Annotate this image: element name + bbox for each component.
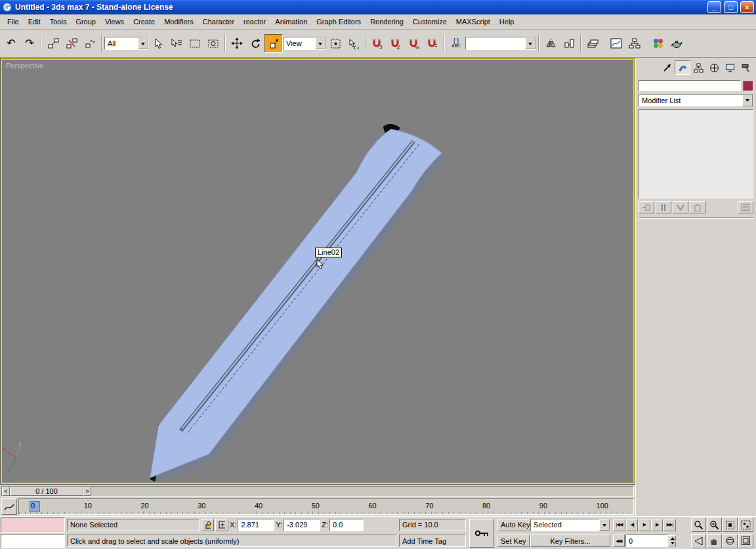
next-frame-button[interactable]: |▶ <box>651 519 663 531</box>
menu-maxscript[interactable]: MAXScript <box>452 15 495 28</box>
mini-curve-editor-button[interactable] <box>1 498 17 515</box>
menu-customize[interactable]: Customize <box>408 15 452 28</box>
select-by-name-button[interactable] <box>167 34 186 53</box>
modifier-list-dropdown[interactable]: Modifier List <box>639 94 753 106</box>
remove-modifier-button[interactable] <box>690 201 705 213</box>
zoom-extents-button[interactable] <box>723 517 738 532</box>
pan-button[interactable] <box>707 534 722 548</box>
frame-spinner[interactable] <box>669 535 676 546</box>
previous-frame-slider-button[interactable]: < <box>2 487 10 496</box>
viewport-label[interactable]: Perspective <box>6 62 43 70</box>
spinner-up-icon[interactable] <box>669 535 676 540</box>
previous-frame-button[interactable]: ◀| <box>626 519 638 531</box>
spinner-down-icon[interactable] <box>669 541 676 546</box>
snap-toggle-3d-button[interactable]: 3 <box>368 34 387 53</box>
goto-end-button[interactable]: ▶▶| <box>663 519 676 531</box>
zoom-button[interactable] <box>691 517 706 532</box>
layer-manager-button[interactable] <box>583 34 602 53</box>
window-crossing-button[interactable] <box>204 34 222 53</box>
time-slider-handle[interactable]: 0 / 100 <box>10 487 83 496</box>
goto-start-button[interactable]: |◀◀ <box>613 519 625 531</box>
unlink-selection-button[interactable] <box>62 34 81 53</box>
current-frame-field[interactable]: 0 <box>625 535 668 547</box>
z-coordinate-field[interactable]: 0.0 <box>329 519 364 531</box>
tab-utilities[interactable] <box>738 60 753 75</box>
tab-motion[interactable] <box>706 60 722 75</box>
menu-help[interactable]: Help <box>495 15 519 28</box>
listener-macro-pane[interactable] <box>1 517 65 533</box>
arc-rotate-button[interactable] <box>723 534 738 548</box>
render-scene-button[interactable] <box>667 34 686 53</box>
sword-object[interactable] <box>2 60 633 483</box>
named-selection-sets-button[interactable]: { } ABC <box>447 34 465 53</box>
modifier-stack[interactable] <box>639 109 753 198</box>
select-move-button[interactable] <box>228 34 246 53</box>
material-editor-button[interactable] <box>649 34 667 53</box>
use-center-button[interactable] <box>326 34 345 53</box>
minimize-button[interactable]: _ <box>707 1 721 13</box>
set-keys-button[interactable] <box>469 519 494 548</box>
time-slider-track[interactable]: < 0 / 100 > <box>1 486 634 496</box>
object-name-field[interactable] <box>639 80 741 91</box>
key-selection-dropdown[interactable]: Selected <box>530 519 610 531</box>
restore-button[interactable]: □ <box>724 1 738 13</box>
absolute-mode-button[interactable] <box>215 519 228 531</box>
menu-character[interactable]: Character <box>198 15 239 28</box>
selection-filter-dropdown[interactable]: All <box>104 37 149 50</box>
listener-script-pane[interactable] <box>1 534 65 549</box>
menu-views[interactable]: Views <box>100 15 129 28</box>
menu-animation[interactable]: Animation <box>270 15 312 28</box>
menu-tools[interactable]: Tools <box>45 15 72 28</box>
mirror-button[interactable] <box>541 34 560 53</box>
bind-to-spacewarp-button[interactable] <box>81 34 99 53</box>
percent-snap-button[interactable]: % <box>405 34 423 53</box>
tab-modify[interactable] <box>675 60 690 75</box>
close-button[interactable]: × <box>740 1 754 13</box>
redo-button[interactable]: ↷ <box>20 34 39 53</box>
tab-create[interactable] <box>659 60 675 75</box>
key-filters-button[interactable]: Key Filters... <box>530 535 610 547</box>
menu-create[interactable]: Create <box>129 15 159 28</box>
next-frame-slider-button[interactable]: > <box>83 487 91 496</box>
menu-file[interactable]: File <box>3 15 24 28</box>
coord-system-dropdown[interactable]: View <box>283 37 326 50</box>
set-key-button[interactable]: Set Key <box>497 535 530 547</box>
zoom-all-button[interactable] <box>707 517 722 532</box>
named-selection-dropdown[interactable] <box>465 37 536 50</box>
spinner-snap-button[interactable] <box>423 34 442 53</box>
show-end-result-button[interactable] <box>656 201 671 213</box>
maximize-viewport-toggle-button[interactable] <box>738 534 753 548</box>
menu-reactor[interactable]: reactor <box>239 15 270 28</box>
menu-edit[interactable]: Edit <box>24 15 45 28</box>
curve-editor-button[interactable] <box>607 34 625 53</box>
perspective-viewport[interactable]: Perspective Line02 <box>1 58 635 484</box>
play-button[interactable]: ▶ <box>639 519 650 531</box>
select-rotate-button[interactable] <box>246 34 264 53</box>
y-coordinate-field[interactable]: -3.029 <box>284 519 320 531</box>
menu-rendering[interactable]: Rendering <box>366 15 408 28</box>
field-of-view-button[interactable] <box>691 534 706 548</box>
add-time-tag-button[interactable]: Add Time Tag <box>399 535 466 547</box>
align-button[interactable] <box>560 34 578 53</box>
title-bar[interactable]: Untitled - 3ds max 7 - Stand-alone Licen… <box>0 0 756 14</box>
pin-stack-button[interactable] <box>639 201 654 213</box>
select-and-link-button[interactable] <box>44 34 62 53</box>
x-coordinate-field[interactable]: 2.871 <box>238 519 274 531</box>
zoom-extents-all-button[interactable] <box>738 517 753 532</box>
auto-key-button[interactable]: Auto Key <box>497 519 534 531</box>
track-bar-ruler[interactable]: 0 10 20 30 40 50 60 70 80 90 100 <box>18 498 634 515</box>
angle-snap-button[interactable]: ∠ <box>387 34 405 53</box>
undo-button[interactable]: ↶ <box>2 34 20 53</box>
select-object-button[interactable] <box>149 34 167 53</box>
tab-hierarchy[interactable] <box>690 60 706 75</box>
menu-group[interactable]: Group <box>71 15 100 28</box>
menu-graph-editors[interactable]: Graph Editors <box>312 15 366 28</box>
select-scale-button[interactable] <box>264 34 283 53</box>
menu-modifiers[interactable]: Modifiers <box>159 15 198 28</box>
rectangular-selection-button[interactable] <box>186 34 204 53</box>
object-color-swatch[interactable] <box>743 81 753 91</box>
make-unique-button[interactable] <box>673 201 688 213</box>
selection-lock-button[interactable] <box>201 519 214 531</box>
select-manipulate-button[interactable] <box>345 34 363 53</box>
key-mode-toggle-button[interactable]: ◀◀ <box>613 535 625 547</box>
